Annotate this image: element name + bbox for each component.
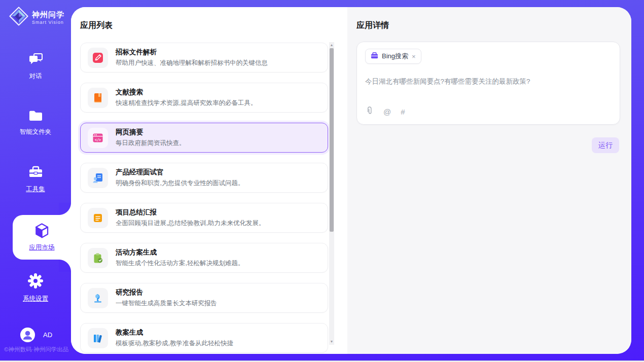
edit-square-icon [88,48,108,68]
app-card-description: 一键智能生成高质量长文本研究报告 [116,299,217,308]
close-icon[interactable]: × [412,53,416,60]
app-card[interactable]: 文献搜索 快速精准查找学术资源,提高研究效率的必备工具。 [80,83,328,113]
brand-logo: 神州问学 Smart Vision [9,7,64,28]
user-account[interactable]: AD [20,328,52,342]
cube-icon [34,223,50,241]
app-card-title: 网页摘要 [116,128,186,137]
app-card-description: 每日政府新闻资讯快查。 [116,139,186,148]
app-card-description: 模板驱动,教案秒成,教学准备从此轻松快捷 [116,339,233,348]
app-card-title: 活动方案生成 [116,248,244,257]
app-detail-panel: 应用详情 Bing搜索 × 今日湖北有哪些新闻要点?有哪些需要关注的最新政策? [347,7,631,354]
sidebar: 神州问学 Smart Vision 对话 智能文件夹 工具集 应用市场 系统设置… [0,0,71,360]
app-card-title: 项目总结汇报 [116,208,265,217]
prompt-input-card[interactable]: Bing搜索 × 今日湖北有哪些新闻要点?有哪些需要关注的最新政策? @ # [356,42,620,125]
app-background: 神州问学 Smart Vision 对话 智能文件夹 工具集 应用市场 系统设置… [0,0,644,360]
user-avatar-icon [20,328,35,342]
paperclip-icon[interactable] [365,106,374,117]
toolbox-icon [28,165,44,182]
app-card-title: 产品经理面试官 [116,168,244,177]
brand-name: 神州问学 [32,10,64,20]
scrollbar-thumb[interactable] [330,48,334,232]
browser-code-icon: </> [88,128,108,148]
books-icon [88,328,108,348]
app-detail-title: 应用详情 [356,20,389,31]
gear-icon [27,273,44,291]
at-icon[interactable]: @ [383,107,391,116]
app-card-title: 文献搜索 [116,88,257,97]
attachment-toolbar: @ # [365,106,405,117]
sidebar-item-folder[interactable]: 智能文件夹 [0,110,71,136]
sidebar-item-tools[interactable]: 工具集 [0,165,71,194]
app-card-title: 招标文件解析 [116,48,268,57]
svg-text:</>: </> [95,137,101,141]
interview-doc-icon [88,168,108,188]
app-card-title: 研究报告 [116,288,217,297]
folder-icon [28,110,44,124]
clipboard-check-icon [88,248,108,268]
copyright-text: ©神州数码·神州问学出品 [4,346,68,353]
sidebar-item-market[interactable]: 应用市场 [13,215,71,260]
report-note-icon [88,208,108,228]
user-name: AD [43,331,52,339]
app-card-description: 智能生成个性化活动方案,轻松解决规划难题。 [116,259,244,268]
app-card[interactable]: </> 网页摘要 每日政府新闻资讯快查。 [80,123,328,153]
run-button[interactable]: 运行 [592,137,619,153]
book-icon [88,88,108,108]
app-card[interactable]: 产品经理面试官 明确身份和职责,为您提供专业性的面试问题。 [80,163,328,193]
app-list-title: 应用列表 [80,20,113,31]
tool-chip-bing-search[interactable]: Bing搜索 × [365,49,421,64]
app-card[interactable]: 研究报告 一键智能生成高质量长文本研究报告 [80,283,328,313]
sidebar-item-settings[interactable]: 系统设置 [0,273,71,303]
research-icon [88,288,108,308]
query-input[interactable]: 今日湖北有哪些新闻要点?有哪些需要关注的最新政策? [365,77,609,87]
brand-subtitle: Smart Vision [32,20,64,25]
scroll-down-icon[interactable]: ▼ [329,339,334,344]
chat-icon [28,53,44,68]
app-card[interactable]: 教案生成 模板驱动,教案秒成,教学准备从此轻松快捷 [80,323,328,353]
app-card[interactable]: 招标文件解析 帮助用户快速、准确地理解和解析招标书中的关键信息 [80,43,328,73]
app-card-description: 全面回顾项目进展,总结经验教训,助力未来优化发展。 [116,219,265,228]
main-surface: 应用列表 招标文件解析 帮助用户快速、准确地理解和解析招标书中的关键信息 文献搜… [71,7,631,354]
diamond-logo-icon [9,7,28,28]
app-card-list: 招标文件解析 帮助用户快速、准确地理解和解析招标书中的关键信息 文献搜索 快速精… [80,43,328,354]
app-card-description: 明确身份和职责,为您提供专业性的面试问题。 [116,179,244,188]
sidebar-item-chat[interactable]: 对话 [0,53,71,81]
briefcase-icon [371,52,378,61]
tool-chip-label: Bing搜索 [382,52,408,61]
app-card-title: 教案生成 [116,328,233,337]
app-card-description: 帮助用户快速、准确地理解和解析招标书中的关键信息 [116,59,268,67]
hash-icon[interactable]: # [401,107,405,116]
app-list-panel: 应用列表 招标文件解析 帮助用户快速、准确地理解和解析招标书中的关键信息 文献搜… [71,7,347,354]
app-card[interactable]: 活动方案生成 智能生成个性化活动方案,轻松解决规划难题。 [80,243,328,273]
app-list-scrollbar[interactable]: ▲ ▼ [329,42,334,345]
app-card-description: 快速精准查找学术资源,提高研究效率的必备工具。 [116,99,257,107]
app-card[interactable]: 项目总结汇报 全面回顾项目进展,总结经验教训,助力未来优化发展。 [80,203,328,233]
scroll-up-icon[interactable]: ▲ [329,43,334,48]
